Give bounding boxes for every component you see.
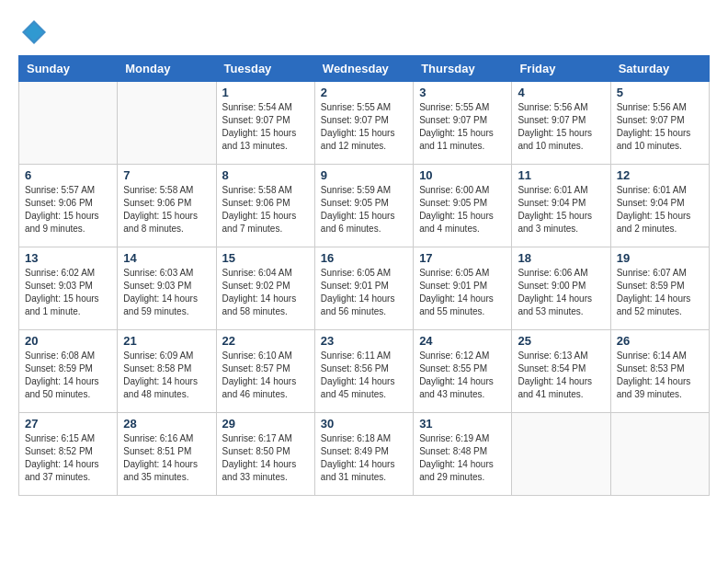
day-info: Sunrise: 5:55 AM Sunset: 9:07 PM Dayligh… [419, 101, 506, 153]
day-cell-22: 22Sunrise: 6:10 AM Sunset: 8:57 PM Dayli… [216, 330, 314, 413]
day-info: Sunrise: 6:09 AM Sunset: 8:58 PM Dayligh… [123, 350, 210, 401]
day-number: 18 [518, 251, 604, 265]
empty-cell [118, 82, 216, 165]
day-number: 31 [419, 417, 506, 431]
day-number: 30 [321, 417, 407, 431]
col-header-sunday: Sunday [19, 56, 118, 82]
day-info: Sunrise: 5:57 AM Sunset: 9:06 PM Dayligh… [25, 184, 111, 236]
calendar-header-row: SundayMondayTuesdayWednesdayThursdayFrid… [19, 56, 710, 82]
day-info: Sunrise: 6:11 AM Sunset: 8:56 PM Dayligh… [321, 350, 407, 401]
empty-cell [19, 82, 118, 165]
day-number: 15 [222, 251, 309, 265]
day-cell-14: 14Sunrise: 6:03 AM Sunset: 9:03 PM Dayli… [118, 247, 216, 330]
day-info: Sunrise: 5:59 AM Sunset: 9:05 PM Dayligh… [321, 184, 407, 236]
col-header-wednesday: Wednesday [314, 56, 413, 82]
day-cell-19: 19Sunrise: 6:07 AM Sunset: 8:59 PM Dayli… [610, 247, 709, 330]
day-cell-4: 4Sunrise: 5:56 AM Sunset: 9:07 PM Daylig… [512, 82, 610, 165]
day-number: 2 [321, 86, 407, 99]
day-cell-2: 2Sunrise: 5:55 AM Sunset: 9:07 PM Daylig… [314, 82, 413, 165]
day-number: 3 [419, 86, 506, 99]
week-row-4: 20Sunrise: 6:08 AM Sunset: 8:59 PM Dayli… [19, 330, 710, 413]
empty-cell [610, 413, 709, 496]
day-number: 27 [25, 417, 111, 431]
day-cell-9: 9Sunrise: 5:59 AM Sunset: 9:05 PM Daylig… [314, 165, 413, 247]
day-cell-23: 23Sunrise: 6:11 AM Sunset: 8:56 PM Dayli… [314, 330, 413, 413]
day-cell-26: 26Sunrise: 6:14 AM Sunset: 8:53 PM Dayli… [610, 330, 709, 413]
col-header-monday: Monday [118, 56, 216, 82]
col-header-saturday: Saturday [610, 56, 709, 82]
day-info: Sunrise: 6:00 AM Sunset: 9:05 PM Dayligh… [419, 184, 506, 236]
day-info: Sunrise: 5:55 AM Sunset: 9:07 PM Dayligh… [321, 101, 407, 153]
day-info: Sunrise: 6:10 AM Sunset: 8:57 PM Dayligh… [222, 350, 309, 401]
day-number: 6 [25, 168, 111, 182]
day-cell-1: 1Sunrise: 5:54 AM Sunset: 9:07 PM Daylig… [216, 82, 314, 165]
day-number: 13 [25, 251, 111, 265]
week-row-3: 13Sunrise: 6:02 AM Sunset: 9:03 PM Dayli… [19, 247, 710, 330]
day-cell-6: 6Sunrise: 5:57 AM Sunset: 9:06 PM Daylig… [19, 165, 118, 247]
day-info: Sunrise: 6:18 AM Sunset: 8:49 PM Dayligh… [321, 432, 407, 484]
logo-icon [20, 18, 48, 46]
col-header-friday: Friday [512, 56, 610, 82]
day-number: 26 [617, 334, 703, 348]
day-cell-20: 20Sunrise: 6:08 AM Sunset: 8:59 PM Dayli… [19, 330, 118, 413]
day-number: 10 [419, 168, 506, 182]
col-header-thursday: Thursday [414, 56, 512, 82]
day-cell-3: 3Sunrise: 5:55 AM Sunset: 9:07 PM Daylig… [414, 82, 512, 165]
day-cell-13: 13Sunrise: 6:02 AM Sunset: 9:03 PM Dayli… [19, 247, 118, 330]
day-number: 4 [518, 86, 604, 99]
day-info: Sunrise: 6:05 AM Sunset: 9:01 PM Dayligh… [321, 267, 407, 318]
day-number: 12 [617, 168, 703, 182]
day-number: 11 [518, 168, 604, 182]
day-info: Sunrise: 6:02 AM Sunset: 9:03 PM Dayligh… [25, 267, 111, 318]
empty-cell [512, 413, 610, 496]
day-info: Sunrise: 6:17 AM Sunset: 8:50 PM Dayligh… [222, 432, 309, 484]
day-cell-5: 5Sunrise: 5:56 AM Sunset: 9:07 PM Daylig… [610, 82, 709, 165]
day-info: Sunrise: 5:58 AM Sunset: 9:06 PM Dayligh… [222, 184, 309, 236]
day-info: Sunrise: 6:13 AM Sunset: 8:54 PM Dayligh… [518, 350, 604, 401]
day-number: 22 [222, 334, 309, 348]
day-cell-12: 12Sunrise: 6:01 AM Sunset: 9:04 PM Dayli… [610, 165, 709, 247]
day-number: 19 [617, 251, 703, 265]
day-info: Sunrise: 5:56 AM Sunset: 9:07 PM Dayligh… [518, 101, 604, 153]
day-info: Sunrise: 6:05 AM Sunset: 9:01 PM Dayligh… [419, 267, 506, 318]
day-cell-16: 16Sunrise: 6:05 AM Sunset: 9:01 PM Dayli… [314, 247, 413, 330]
day-number: 29 [222, 417, 309, 431]
day-cell-27: 27Sunrise: 6:15 AM Sunset: 8:52 PM Dayli… [19, 413, 118, 496]
week-row-2: 6Sunrise: 5:57 AM Sunset: 9:06 PM Daylig… [19, 165, 710, 247]
day-info: Sunrise: 6:14 AM Sunset: 8:53 PM Dayligh… [617, 350, 703, 401]
day-number: 5 [617, 86, 703, 99]
day-info: Sunrise: 5:54 AM Sunset: 9:07 PM Dayligh… [222, 101, 309, 153]
day-cell-8: 8Sunrise: 5:58 AM Sunset: 9:06 PM Daylig… [216, 165, 314, 247]
day-cell-28: 28Sunrise: 6:16 AM Sunset: 8:51 PM Dayli… [118, 413, 216, 496]
day-info: Sunrise: 5:56 AM Sunset: 9:07 PM Dayligh… [617, 101, 703, 153]
day-number: 14 [123, 251, 210, 265]
page-header [18, 18, 710, 46]
day-cell-21: 21Sunrise: 6:09 AM Sunset: 8:58 PM Dayli… [118, 330, 216, 413]
day-info: Sunrise: 6:01 AM Sunset: 9:04 PM Dayligh… [617, 184, 703, 236]
day-cell-30: 30Sunrise: 6:18 AM Sunset: 8:49 PM Dayli… [314, 413, 413, 496]
day-cell-11: 11Sunrise: 6:01 AM Sunset: 9:04 PM Dayli… [512, 165, 610, 247]
day-number: 21 [123, 334, 210, 348]
week-row-5: 27Sunrise: 6:15 AM Sunset: 8:52 PM Dayli… [19, 413, 710, 496]
day-info: Sunrise: 6:03 AM Sunset: 9:03 PM Dayligh… [123, 267, 210, 318]
day-cell-7: 7Sunrise: 5:58 AM Sunset: 9:06 PM Daylig… [118, 165, 216, 247]
week-row-1: 1Sunrise: 5:54 AM Sunset: 9:07 PM Daylig… [19, 82, 710, 165]
day-cell-31: 31Sunrise: 6:19 AM Sunset: 8:48 PM Dayli… [414, 413, 512, 496]
day-number: 28 [123, 417, 210, 431]
day-number: 24 [419, 334, 506, 348]
day-info: Sunrise: 6:15 AM Sunset: 8:52 PM Dayligh… [25, 432, 111, 484]
day-info: Sunrise: 6:12 AM Sunset: 8:55 PM Dayligh… [419, 350, 506, 401]
day-cell-29: 29Sunrise: 6:17 AM Sunset: 8:50 PM Dayli… [216, 413, 314, 496]
day-info: Sunrise: 6:08 AM Sunset: 8:59 PM Dayligh… [25, 350, 111, 401]
day-number: 7 [123, 168, 210, 182]
col-header-tuesday: Tuesday [216, 56, 314, 82]
day-number: 17 [419, 251, 506, 265]
day-info: Sunrise: 6:04 AM Sunset: 9:02 PM Dayligh… [222, 267, 309, 318]
day-cell-10: 10Sunrise: 6:00 AM Sunset: 9:05 PM Dayli… [414, 165, 512, 247]
day-info: Sunrise: 6:16 AM Sunset: 8:51 PM Dayligh… [123, 432, 210, 484]
svg-marker-1 [25, 23, 43, 41]
day-cell-25: 25Sunrise: 6:13 AM Sunset: 8:54 PM Dayli… [512, 330, 610, 413]
day-number: 20 [25, 334, 111, 348]
day-number: 1 [222, 86, 309, 99]
day-cell-15: 15Sunrise: 6:04 AM Sunset: 9:02 PM Dayli… [216, 247, 314, 330]
